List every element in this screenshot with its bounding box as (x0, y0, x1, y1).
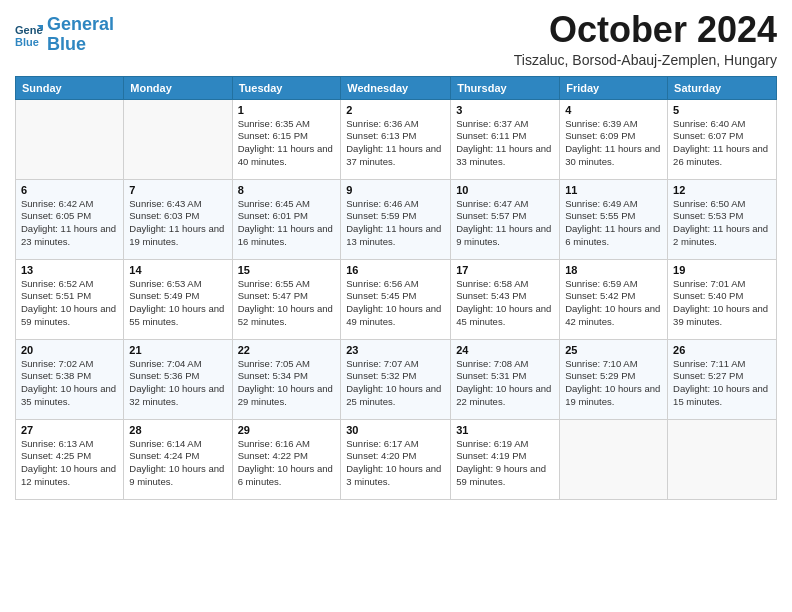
calendar-cell: 30Sunrise: 6:17 AM Sunset: 4:20 PM Dayli… (341, 419, 451, 499)
day-number: 31 (456, 424, 554, 436)
calendar-cell: 20Sunrise: 7:02 AM Sunset: 5:38 PM Dayli… (16, 339, 124, 419)
day-info: Sunrise: 6:13 AM Sunset: 4:25 PM Dayligh… (21, 438, 118, 489)
calendar-cell: 13Sunrise: 6:52 AM Sunset: 5:51 PM Dayli… (16, 259, 124, 339)
day-number: 11 (565, 184, 662, 196)
calendar-cell: 16Sunrise: 6:56 AM Sunset: 5:45 PM Dayli… (341, 259, 451, 339)
day-info: Sunrise: 6:35 AM Sunset: 6:15 PM Dayligh… (238, 118, 336, 169)
calendar-table: SundayMondayTuesdayWednesdayThursdayFrid… (15, 76, 777, 500)
day-number: 3 (456, 104, 554, 116)
day-number: 21 (129, 344, 226, 356)
day-info: Sunrise: 6:19 AM Sunset: 4:19 PM Dayligh… (456, 438, 554, 489)
calendar-cell: 28Sunrise: 6:14 AM Sunset: 4:24 PM Dayli… (124, 419, 232, 499)
calendar-cell (560, 419, 668, 499)
column-header-friday: Friday (560, 76, 668, 99)
calendar-cell: 23Sunrise: 7:07 AM Sunset: 5:32 PM Dayli… (341, 339, 451, 419)
week-row-5: 27Sunrise: 6:13 AM Sunset: 4:25 PM Dayli… (16, 419, 777, 499)
svg-text:Blue: Blue (15, 36, 39, 48)
day-info: Sunrise: 6:55 AM Sunset: 5:47 PM Dayligh… (238, 278, 336, 329)
day-info: Sunrise: 6:50 AM Sunset: 5:53 PM Dayligh… (673, 198, 771, 249)
day-info: Sunrise: 6:58 AM Sunset: 5:43 PM Dayligh… (456, 278, 554, 329)
day-number: 16 (346, 264, 445, 276)
day-info: Sunrise: 6:43 AM Sunset: 6:03 PM Dayligh… (129, 198, 226, 249)
logo-line1: General (47, 14, 114, 34)
day-info: Sunrise: 6:45 AM Sunset: 6:01 PM Dayligh… (238, 198, 336, 249)
day-number: 22 (238, 344, 336, 356)
day-number: 18 (565, 264, 662, 276)
day-number: 1 (238, 104, 336, 116)
column-header-wednesday: Wednesday (341, 76, 451, 99)
day-number: 20 (21, 344, 118, 356)
calendar-cell: 25Sunrise: 7:10 AM Sunset: 5:29 PM Dayli… (560, 339, 668, 419)
logo-icon: General Blue (15, 21, 43, 49)
day-number: 17 (456, 264, 554, 276)
column-header-tuesday: Tuesday (232, 76, 341, 99)
day-info: Sunrise: 7:08 AM Sunset: 5:31 PM Dayligh… (456, 358, 554, 409)
day-number: 23 (346, 344, 445, 356)
calendar-cell: 10Sunrise: 6:47 AM Sunset: 5:57 PM Dayli… (451, 179, 560, 259)
day-info: Sunrise: 7:10 AM Sunset: 5:29 PM Dayligh… (565, 358, 662, 409)
day-number: 14 (129, 264, 226, 276)
day-info: Sunrise: 6:53 AM Sunset: 5:49 PM Dayligh… (129, 278, 226, 329)
day-info: Sunrise: 6:14 AM Sunset: 4:24 PM Dayligh… (129, 438, 226, 489)
calendar-cell: 7Sunrise: 6:43 AM Sunset: 6:03 PM Daylig… (124, 179, 232, 259)
week-row-3: 13Sunrise: 6:52 AM Sunset: 5:51 PM Dayli… (16, 259, 777, 339)
day-info: Sunrise: 7:02 AM Sunset: 5:38 PM Dayligh… (21, 358, 118, 409)
logo-line2: Blue (47, 34, 86, 54)
calendar-cell: 29Sunrise: 6:16 AM Sunset: 4:22 PM Dayli… (232, 419, 341, 499)
day-info: Sunrise: 6:47 AM Sunset: 5:57 PM Dayligh… (456, 198, 554, 249)
day-number: 8 (238, 184, 336, 196)
day-info: Sunrise: 6:17 AM Sunset: 4:20 PM Dayligh… (346, 438, 445, 489)
day-info: Sunrise: 6:56 AM Sunset: 5:45 PM Dayligh… (346, 278, 445, 329)
day-number: 13 (21, 264, 118, 276)
calendar-cell: 2Sunrise: 6:36 AM Sunset: 6:13 PM Daylig… (341, 99, 451, 179)
calendar-cell: 11Sunrise: 6:49 AM Sunset: 5:55 PM Dayli… (560, 179, 668, 259)
day-number: 27 (21, 424, 118, 436)
calendar-body: 1Sunrise: 6:35 AM Sunset: 6:15 PM Daylig… (16, 99, 777, 499)
day-info: Sunrise: 6:37 AM Sunset: 6:11 PM Dayligh… (456, 118, 554, 169)
day-number: 5 (673, 104, 771, 116)
day-number: 9 (346, 184, 445, 196)
calendar-cell: 3Sunrise: 6:37 AM Sunset: 6:11 PM Daylig… (451, 99, 560, 179)
day-number: 29 (238, 424, 336, 436)
day-info: Sunrise: 7:07 AM Sunset: 5:32 PM Dayligh… (346, 358, 445, 409)
calendar-cell: 27Sunrise: 6:13 AM Sunset: 4:25 PM Dayli… (16, 419, 124, 499)
day-info: Sunrise: 6:49 AM Sunset: 5:55 PM Dayligh… (565, 198, 662, 249)
day-info: Sunrise: 7:04 AM Sunset: 5:36 PM Dayligh… (129, 358, 226, 409)
week-row-2: 6Sunrise: 6:42 AM Sunset: 6:05 PM Daylig… (16, 179, 777, 259)
calendar-cell: 18Sunrise: 6:59 AM Sunset: 5:42 PM Dayli… (560, 259, 668, 339)
calendar-cell: 31Sunrise: 6:19 AM Sunset: 4:19 PM Dayli… (451, 419, 560, 499)
day-info: Sunrise: 6:40 AM Sunset: 6:07 PM Dayligh… (673, 118, 771, 169)
logo: General Blue General Blue (15, 15, 114, 55)
day-info: Sunrise: 6:39 AM Sunset: 6:09 PM Dayligh… (565, 118, 662, 169)
location-subtitle: Tiszaluc, Borsod-Abauj-Zemplen, Hungary (514, 52, 777, 68)
day-info: Sunrise: 6:42 AM Sunset: 6:05 PM Dayligh… (21, 198, 118, 249)
calendar-cell (124, 99, 232, 179)
calendar-cell (668, 419, 777, 499)
calendar-cell (16, 99, 124, 179)
calendar-cell: 1Sunrise: 6:35 AM Sunset: 6:15 PM Daylig… (232, 99, 341, 179)
day-number: 4 (565, 104, 662, 116)
week-row-1: 1Sunrise: 6:35 AM Sunset: 6:15 PM Daylig… (16, 99, 777, 179)
day-number: 12 (673, 184, 771, 196)
day-info: Sunrise: 6:46 AM Sunset: 5:59 PM Dayligh… (346, 198, 445, 249)
calendar-cell: 24Sunrise: 7:08 AM Sunset: 5:31 PM Dayli… (451, 339, 560, 419)
day-info: Sunrise: 6:36 AM Sunset: 6:13 PM Dayligh… (346, 118, 445, 169)
day-info: Sunrise: 6:52 AM Sunset: 5:51 PM Dayligh… (21, 278, 118, 329)
calendar-cell: 4Sunrise: 6:39 AM Sunset: 6:09 PM Daylig… (560, 99, 668, 179)
calendar-cell: 14Sunrise: 6:53 AM Sunset: 5:49 PM Dayli… (124, 259, 232, 339)
calendar-cell: 15Sunrise: 6:55 AM Sunset: 5:47 PM Dayli… (232, 259, 341, 339)
day-number: 25 (565, 344, 662, 356)
header-row: SundayMondayTuesdayWednesdayThursdayFrid… (16, 76, 777, 99)
day-number: 10 (456, 184, 554, 196)
day-number: 19 (673, 264, 771, 276)
day-number: 7 (129, 184, 226, 196)
calendar-cell: 9Sunrise: 6:46 AM Sunset: 5:59 PM Daylig… (341, 179, 451, 259)
title-block: October 2024 Tiszaluc, Borsod-Abauj-Zemp… (514, 10, 777, 68)
calendar-cell: 26Sunrise: 7:11 AM Sunset: 5:27 PM Dayli… (668, 339, 777, 419)
page-header: General Blue General Blue October 2024 T… (15, 10, 777, 68)
calendar-header: SundayMondayTuesdayWednesdayThursdayFrid… (16, 76, 777, 99)
day-number: 2 (346, 104, 445, 116)
column-header-thursday: Thursday (451, 76, 560, 99)
day-info: Sunrise: 7:11 AM Sunset: 5:27 PM Dayligh… (673, 358, 771, 409)
column-header-monday: Monday (124, 76, 232, 99)
